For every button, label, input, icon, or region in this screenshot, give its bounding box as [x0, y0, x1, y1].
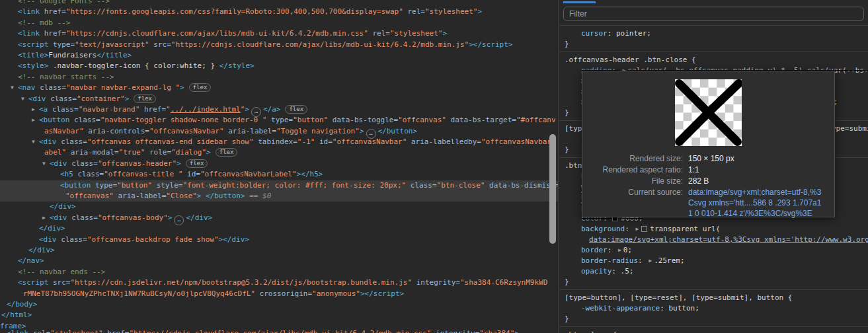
expand-arrow-icon[interactable]: ▶ — [29, 115, 38, 126]
expand-arrow-icon[interactable]: ▼ — [8, 83, 17, 93]
expand-arrow-icon[interactable]: ▼ — [40, 159, 48, 169]
css-selector-line[interactable]: } — [559, 39, 868, 50]
css-property-line[interactable]: border-radius: ▶.25rem; — [559, 256, 868, 266]
code-token: ></h5> — [297, 170, 323, 178]
code-token: integrity= — [431, 329, 479, 333]
info-label: File size: — [590, 176, 683, 186]
expand-arrow-icon[interactable]: ▼ — [19, 94, 27, 104]
flex-badge[interactable]: flex — [134, 94, 156, 103]
code-token: aria-label= — [114, 192, 166, 200]
code-token: class= — [71, 213, 98, 222]
code-token: </button> — [378, 127, 418, 135]
dom-tree-node[interactable]: ▶<button class="navbar-toggler shadow-no… — [0, 115, 558, 126]
css-property-line[interactable]: background: ▶transparent url( — [559, 224, 868, 235]
flex-badge[interactable]: flex — [285, 105, 307, 114]
flex-badge[interactable]: flex — [189, 83, 212, 92]
code-token: : — [612, 267, 620, 276]
css-selector-line[interactable]: } — [559, 277, 868, 287]
vertical-scrollbar[interactable] — [549, 134, 556, 244]
dom-tree-node[interactable]: </div> — [0, 245, 558, 256]
css-selector-line[interactable]: [type=button], [type=reset], [type=submi… — [559, 293, 868, 303]
css-property-line[interactable]: cursor: pointer; — [559, 28, 868, 39]
code-token: role= — [145, 148, 171, 157]
expand-arrow-icon[interactable]: ▼ — [29, 137, 38, 147]
code-token: <a — [39, 105, 52, 114]
code-token: ></script> — [469, 40, 512, 49]
disclosure-triangle-icon[interactable]: ▶ — [635, 226, 639, 232]
code-token: "offcanvasNavbarL — [481, 137, 556, 146]
flex-badge[interactable]: flex — [216, 148, 238, 157]
dom-tree-node[interactable]: <style> .navbar-toggler-icon { color:whi… — [0, 61, 558, 71]
css-selector-line[interactable]: } — [559, 314, 868, 324]
dom-tree-node[interactable]: <button type="button" style="font-weight… — [0, 180, 558, 191]
css-selector-line[interactable]: .offcanvas-header .btn-close { — [559, 55, 868, 65]
flex-badge[interactable]: flex — [186, 159, 208, 168]
code-token: <div — [39, 137, 61, 146]
css-selector-line[interactable]: .btn-close { — [559, 330, 868, 333]
info-label: Current source: — [590, 187, 683, 219]
dom-tree-node[interactable]: <script src="https://cdn.jsdelivr.net/np… — [0, 278, 558, 288]
color-swatch-icon[interactable] — [641, 226, 647, 232]
dom-tree-node[interactable]: ▼<div class="offcanvas offcanvas-end sid… — [0, 137, 558, 147]
dom-tree-node[interactable]: <!-- navbar starts --> — [0, 72, 558, 83]
code-token: <div — [50, 213, 71, 222]
expand-arrow-icon[interactable]: ▶ — [40, 213, 48, 223]
dom-tree-node[interactable]: asNavbar" aria-controls="offcanvasNavbar… — [0, 126, 558, 137]
dom-tree-node[interactable]: ▶<div class="offcanvas-body">…</div> — [0, 213, 558, 223]
dom-tree-node[interactable]: </html> — [0, 310, 558, 320]
code-token: rMNeT87bh95OGNyZPhcTNXj1NW7RuBCsyN/o0jlp… — [23, 289, 255, 298]
css-rule: .btn-close {--bs-btn-close-color: #000; — [559, 327, 868, 333]
href-link[interactable]: ../../index.html — [171, 105, 241, 114]
code-token: "offcanvas-body" — [98, 213, 168, 222]
code-token: <link — [18, 29, 44, 38]
css-property-line[interactable]: opacity: .5; — [559, 266, 868, 277]
css-property-line[interactable]: border: ▶0; — [559, 245, 868, 256]
disclosure-triangle-icon[interactable]: ▶ — [618, 247, 621, 253]
code-token: > — [360, 127, 364, 135]
dom-tree-node[interactable]: <!-- navbar ends --> — [0, 267, 558, 278]
dom-tree-node[interactable]: ▼<div class="offcanvas-header">flex — [0, 159, 558, 169]
dom-tree-node[interactable]: <script type="text/javascript" src="http… — [0, 40, 558, 50]
css-url-link[interactable]: data:image/svg+xml;charset=utf-8,%3Csvg … — [589, 235, 868, 244]
code-token: } — [565, 145, 569, 154]
styles-filter-input[interactable] — [563, 7, 864, 21]
code-token: .offcanvas-header .btn-close { — [565, 56, 696, 64]
dom-tree-node[interactable]: </div> — [0, 223, 558, 234]
dom-tree-node[interactable]: </nav> — [0, 256, 558, 266]
code-token: <title> — [18, 51, 48, 59]
disclosure-triangle-icon[interactable]: ▶ — [649, 258, 652, 264]
code-token: "offcanvasNavbar" — [333, 137, 407, 146]
dom-tree-node[interactable]: <h5 class="offcanvas-title " id="offcanv… — [0, 169, 558, 180]
dom-tree-node[interactable]: <title>Fundraisers</title> — [0, 50, 558, 61]
code-token: crossorigin= — [255, 289, 312, 298]
dom-tree-node[interactable]: </div> — [0, 202, 558, 212]
expand-arrow-icon[interactable]: ▶ — [29, 104, 38, 115]
dom-tree-node[interactable]: <div class="offcanvas-backdrop fade show… — [0, 235, 558, 245]
code-token: aria-labelledby= — [407, 137, 481, 146]
info-value: 1:1 — [688, 165, 826, 175]
code-token: class= — [52, 105, 79, 114]
scrollbar-thumb[interactable] — [549, 134, 556, 244]
code-token: "offcanvasNavbar" — [149, 127, 224, 135]
code-token: class= — [74, 116, 100, 124]
css-property-line[interactable]: -webkit-appearance: button; — [559, 303, 868, 314]
css-property-line[interactable]: data:image/svg+xml;charset=utf-8,%3Csvg … — [559, 235, 868, 245]
dom-tree-node[interactable]: ▼<nav class="navbar navbar-expand-lg ">f… — [0, 83, 558, 93]
dom-tree-node[interactable]: ▶<a class="navbar-brand" href="../../ind… — [0, 104, 558, 115]
code-token: "text/javascript" — [75, 40, 149, 49]
code-token: background — [581, 225, 625, 233]
code-token: rel= — [403, 7, 425, 16]
dom-tree-node[interactable]: <link rel="stylesheet" href="https://cdn… — [0, 328, 558, 333]
dom-tree-node[interactable]: "offcanvas" aria-label="Close"> </button… — [0, 191, 558, 202]
dom-tree-node[interactable]: <!-- mdb --> — [0, 18, 558, 28]
dom-tree-node[interactable]: </body> — [0, 299, 558, 310]
dom-tree-node[interactable]: <link href="https://cdnjs.cloudflare.com… — [0, 28, 558, 39]
dom-tree-node[interactable]: ▼<div class="container">flex — [0, 94, 558, 104]
code-token: <div — [50, 159, 71, 168]
dom-tree-node[interactable]: <!-- Google Fonts --> — [0, 0, 558, 7]
current-source-link[interactable]: data:image/svg+xml;charset=utf-8,%3Csvg … — [688, 187, 826, 219]
dom-tree-node[interactable]: <link href="https://fonts.googleapis.com… — [0, 7, 558, 17]
dom-tree-node[interactable]: rMNeT87bh95OGNyZPhcTNXj1NW7RuBCsyN/o0jlp… — [0, 289, 558, 299]
css-rule: [type=button], [type=reset], [type=submi… — [559, 290, 868, 327]
dom-tree-node[interactable]: abel" aria-modal="true" role="dialog">fl… — [0, 147, 558, 158]
